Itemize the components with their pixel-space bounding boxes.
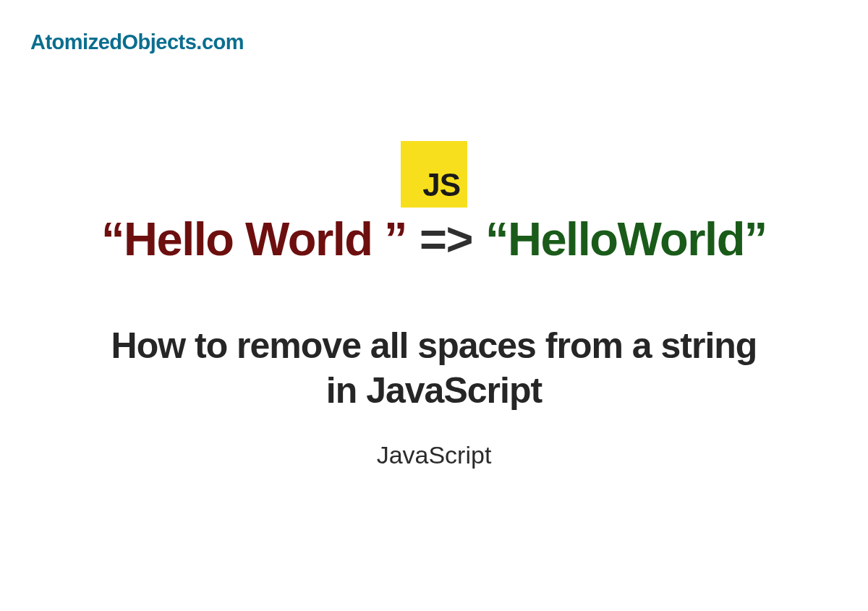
arrow-icon: => bbox=[420, 213, 472, 265]
js-logo-text: JS bbox=[422, 167, 460, 203]
site-name: AtomizedObjects.com bbox=[30, 30, 244, 54]
output-string: “HelloWorld” bbox=[485, 213, 767, 265]
main-content: JS “Hello World ” => “HelloWorld” How to… bbox=[0, 141, 868, 469]
code-transform-example: “Hello World ” => “HelloWorld” bbox=[101, 213, 767, 265]
article-title: How to remove all spaces from a string i… bbox=[109, 323, 760, 414]
input-string: “Hello World ” bbox=[101, 213, 407, 265]
js-logo: JS bbox=[401, 141, 467, 208]
article-category: JavaScript bbox=[377, 441, 492, 469]
